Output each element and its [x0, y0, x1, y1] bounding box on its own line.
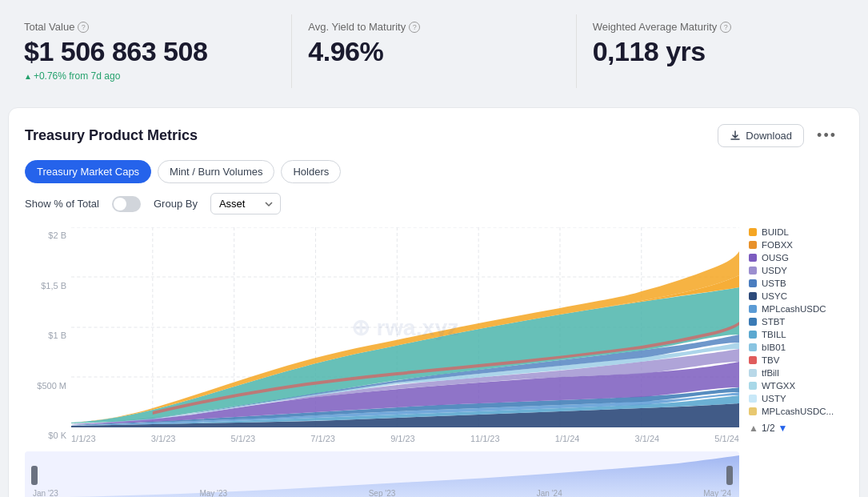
legend-color-ustb: [749, 279, 757, 287]
legend-item-usty: USTY: [749, 394, 843, 403]
main-container: Total Value ? $1 506 863 508 ▲ +0.76% fr…: [8, 8, 860, 497]
legend-color-tbill: [749, 331, 757, 339]
legend-item-tbill: TBILL: [749, 330, 843, 339]
chart-legend: BUIDL FOBXX OUSG USDY USTB: [739, 227, 843, 497]
mini-chart-left-handle[interactable]: [31, 466, 38, 485]
tab-treasury-market-caps[interactable]: Treasury Market Caps: [25, 160, 151, 183]
x-label-7: 1/1/24: [555, 434, 580, 443]
legend-label-tfbill: tfBill: [762, 368, 779, 378]
legend-color-mplcashusdc2: [749, 407, 757, 415]
legend-color-mplcashusdc: [749, 305, 757, 313]
legend-color-ousg: [749, 254, 757, 262]
legend-item-stbt: STBT: [749, 317, 843, 327]
y-label-1b: $1 B: [25, 331, 66, 340]
weighted-maturity-value: 0,118 yrs: [593, 36, 844, 67]
y-label-500m: $500 M: [25, 381, 66, 391]
main-chart-svg: ⊕ rwa.xyz: [71, 227, 739, 427]
legend-label-ustb: USTB: [762, 279, 786, 288]
legend-item-tbv: TBV: [749, 355, 843, 365]
avg-yield-info-icon[interactable]: ?: [409, 22, 420, 33]
legend-item-ousg: OUSG: [749, 253, 843, 263]
legend-color-buidl: [749, 228, 757, 236]
avg-yield-label: Avg. Yield to Maturity ?: [308, 21, 559, 33]
chart-panel: Treasury Product Metrics Download ••• Tr…: [8, 107, 860, 497]
svg-text:⊕ rwa.xyz: ⊕ rwa.xyz: [351, 315, 458, 340]
group-by-select[interactable]: Asset Protocol Chain: [210, 193, 281, 214]
legend-item-usdy: USDY: [749, 266, 843, 275]
mini-label-sep23: Sep '23: [369, 489, 396, 497]
tab-holders[interactable]: Holders: [281, 160, 341, 183]
chart-svg-container: $2 B $1,5 B $1 B $500 M $0 K: [25, 227, 739, 443]
download-button[interactable]: Download: [718, 124, 804, 147]
legend-label-mplcashusdc2: MPLcashUSDC...: [762, 407, 834, 416]
mini-label-may24: May '24: [703, 489, 731, 497]
total-value-info-icon[interactable]: ?: [78, 22, 89, 33]
x-axis-labels: 1/1/23 3/1/23 5/1/23 7/1/23 9/1/23 11/1/…: [71, 427, 739, 443]
tabs-row: Treasury Market Caps Mint / Burn Volumes…: [25, 160, 843, 183]
x-label-3: 5/1/23: [231, 434, 256, 443]
total-value-amount: $1 506 863 508: [24, 36, 275, 67]
legend-label-usyc: USYC: [762, 291, 787, 301]
x-label-8: 3/1/24: [635, 434, 660, 443]
x-label-9: 5/1/24: [714, 434, 739, 443]
avg-yield-value: 4.96%: [308, 36, 559, 67]
legend-pagination: ▲ 1/2 ▼: [749, 423, 843, 434]
legend-color-stbt: [749, 318, 757, 326]
mini-label-may23: May '23: [199, 489, 227, 497]
legend-item-mplcashusdc: MPLcashUSDC: [749, 304, 843, 314]
y-axis-labels: $2 B $1,5 B $1 B $500 M $0 K: [25, 227, 66, 443]
mini-label-jan23: Jan '23: [33, 489, 58, 497]
chart-main: $2 B $1,5 B $1 B $500 M $0 K: [25, 227, 739, 497]
legend-item-fobxx: FOBXX: [749, 240, 843, 250]
legend-item-bib01: bIB01: [749, 343, 843, 352]
legend-label-tbv: TBV: [762, 355, 779, 365]
legend-label-stbt: STBT: [762, 317, 785, 327]
mini-label-jan24: Jan '24: [537, 489, 562, 497]
download-icon: [730, 130, 741, 142]
panel-header: Treasury Product Metrics Download •••: [25, 124, 843, 147]
x-label-5: 9/1/23: [390, 434, 415, 443]
legend-item-buidl: BUIDL: [749, 227, 843, 237]
y-label-2b: $2 B: [25, 230, 66, 240]
legend-color-wtgxx: [749, 382, 757, 390]
metrics-row: Total Value ? $1 506 863 508 ▲ +0.76% fr…: [8, 8, 860, 94]
mini-chart-labels: Jan '23 May '23 Sep '23 Jan '24 May '24: [25, 489, 739, 497]
legend-label-usdy: USDY: [762, 266, 787, 275]
legend-color-usyc: [749, 292, 757, 300]
more-options-button[interactable]: •••: [810, 124, 843, 147]
x-label-1: 1/1/23: [71, 434, 96, 443]
legend-color-usty: [749, 395, 757, 403]
x-label-6: 11/1/23: [470, 434, 500, 443]
y-label-15b: $1,5 B: [25, 281, 66, 291]
legend-label-mplcashusdc: MPLcashUSDC: [762, 304, 826, 314]
legend-label-buidl: BUIDL: [762, 227, 789, 237]
legend-color-tfbill: [749, 369, 757, 377]
show-percent-toggle[interactable]: [112, 196, 141, 212]
pagination-text: 1/2: [762, 423, 775, 434]
legend-item-usyc: USYC: [749, 291, 843, 301]
legend-label-bib01: bIB01: [762, 343, 786, 352]
legend-color-tbv: [749, 356, 757, 364]
legend-label-fobxx: FOBXX: [762, 240, 793, 250]
weighted-maturity-label: Weighted Average Maturity ?: [593, 21, 844, 33]
weighted-maturity-info-icon[interactable]: ?: [720, 22, 731, 33]
legend-label-usty: USTY: [762, 394, 786, 403]
show-percent-label: Show % of Total: [25, 198, 99, 210]
legend-item-ustb: USTB: [749, 279, 843, 288]
legend-label-ousg: OUSG: [762, 253, 789, 263]
total-value-label: Total Value ?: [24, 21, 275, 33]
mini-chart[interactable]: Jan '23 May '23 Sep '23 Jan '24 May '24: [25, 451, 739, 497]
change-arrow-icon: ▲: [24, 72, 32, 81]
page-up-icon[interactable]: ▲: [749, 423, 758, 434]
page-down-icon[interactable]: ▼: [778, 423, 788, 434]
panel-actions: Download •••: [718, 124, 843, 147]
legend-item-wtgxx: WTGXX: [749, 381, 843, 391]
legend-color-bib01: [749, 343, 757, 351]
mini-chart-right-handle[interactable]: [726, 466, 733, 485]
total-value-change: ▲ +0.76% from 7d ago: [24, 70, 275, 82]
tab-mint-burn-volumes[interactable]: Mint / Burn Volumes: [158, 160, 274, 183]
legend-color-usdy: [749, 267, 757, 275]
legend-item-mplcashusdc2: MPLcashUSDC...: [749, 407, 843, 416]
y-label-0k: $0 K: [25, 431, 66, 440]
chart-area: $2 B $1,5 B $1 B $500 M $0 K: [25, 227, 843, 497]
